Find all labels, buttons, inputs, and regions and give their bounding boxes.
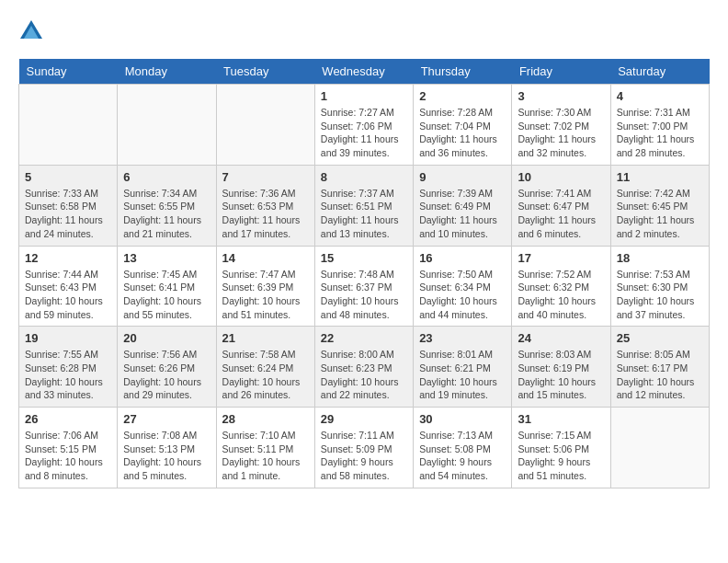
day-number: 14 <box>222 251 309 265</box>
day-cell: 8Sunrise: 7:37 AM Sunset: 6:51 PM Daylig… <box>314 165 413 246</box>
day-info: Sunrise: 7:55 AM Sunset: 6:28 PM Dayligh… <box>25 348 111 402</box>
day-number: 1 <box>321 89 407 103</box>
day-number: 10 <box>518 170 604 184</box>
day-info: Sunrise: 7:15 AM Sunset: 5:06 PM Dayligh… <box>518 429 604 483</box>
day-cell: 5Sunrise: 7:33 AM Sunset: 6:58 PM Daylig… <box>19 165 118 246</box>
day-info: Sunrise: 7:52 AM Sunset: 6:32 PM Dayligh… <box>518 268 604 322</box>
day-cell: 6Sunrise: 7:34 AM Sunset: 6:55 PM Daylig… <box>118 165 216 246</box>
weekday-header-thursday: Thursday <box>414 59 512 85</box>
weekday-header-tuesday: Tuesday <box>216 59 314 85</box>
day-info: Sunrise: 7:41 AM Sunset: 6:47 PM Dayligh… <box>518 187 604 241</box>
day-number: 31 <box>518 412 604 426</box>
day-cell: 18Sunrise: 7:53 AM Sunset: 6:30 PM Dayli… <box>610 246 709 327</box>
day-info: Sunrise: 7:44 AM Sunset: 6:43 PM Dayligh… <box>25 268 111 322</box>
day-cell: 2Sunrise: 7:28 AM Sunset: 7:04 PM Daylig… <box>414 85 512 166</box>
week-row-1: 1Sunrise: 7:27 AM Sunset: 7:06 PM Daylig… <box>19 85 710 166</box>
day-info: Sunrise: 7:48 AM Sunset: 6:37 PM Dayligh… <box>321 268 407 322</box>
day-cell: 23Sunrise: 8:01 AM Sunset: 6:21 PM Dayli… <box>414 327 512 408</box>
day-info: Sunrise: 7:28 AM Sunset: 7:04 PM Dayligh… <box>419 106 506 160</box>
day-number: 20 <box>123 331 210 345</box>
day-info: Sunrise: 7:10 AM Sunset: 5:11 PM Dayligh… <box>222 429 309 483</box>
day-cell: 7Sunrise: 7:36 AM Sunset: 6:53 PM Daylig… <box>216 165 314 246</box>
weekday-header-wednesday: Wednesday <box>314 59 413 85</box>
day-cell: 4Sunrise: 7:31 AM Sunset: 7:00 PM Daylig… <box>610 85 709 166</box>
day-number: 17 <box>518 251 604 265</box>
calendar-table: SundayMondayTuesdayWednesdayThursdayFrid… <box>18 59 710 488</box>
day-info: Sunrise: 8:05 AM Sunset: 6:17 PM Dayligh… <box>617 348 703 402</box>
calendar-header-row: SundayMondayTuesdayWednesdayThursdayFrid… <box>19 59 710 85</box>
day-info: Sunrise: 8:01 AM Sunset: 6:21 PM Dayligh… <box>419 348 506 402</box>
day-number: 13 <box>123 251 210 265</box>
day-number: 30 <box>419 412 506 426</box>
week-row-5: 26Sunrise: 7:06 AM Sunset: 5:15 PM Dayli… <box>19 408 710 488</box>
day-number: 2 <box>419 89 506 103</box>
day-number: 21 <box>222 331 309 345</box>
day-number: 28 <box>222 412 309 426</box>
day-cell: 24Sunrise: 8:03 AM Sunset: 6:19 PM Dayli… <box>512 327 610 408</box>
day-number: 8 <box>321 170 407 184</box>
day-cell: 16Sunrise: 7:50 AM Sunset: 6:34 PM Dayli… <box>414 246 512 327</box>
day-info: Sunrise: 7:53 AM Sunset: 6:30 PM Dayligh… <box>617 268 703 322</box>
day-cell: 21Sunrise: 7:58 AM Sunset: 6:24 PM Dayli… <box>216 327 314 408</box>
day-number: 29 <box>321 412 407 426</box>
day-cell: 25Sunrise: 8:05 AM Sunset: 6:17 PM Dayli… <box>610 327 709 408</box>
week-row-3: 12Sunrise: 7:44 AM Sunset: 6:43 PM Dayli… <box>19 246 710 327</box>
day-info: Sunrise: 7:37 AM Sunset: 6:51 PM Dayligh… <box>321 187 407 241</box>
day-info: Sunrise: 7:50 AM Sunset: 6:34 PM Dayligh… <box>419 268 506 322</box>
day-info: Sunrise: 7:27 AM Sunset: 7:06 PM Dayligh… <box>321 106 407 160</box>
day-cell <box>19 85 118 166</box>
day-number: 5 <box>25 170 111 184</box>
day-cell <box>118 85 216 166</box>
day-number: 6 <box>123 170 210 184</box>
day-cell: 27Sunrise: 7:08 AM Sunset: 5:13 PM Dayli… <box>118 408 216 488</box>
day-info: Sunrise: 7:36 AM Sunset: 6:53 PM Dayligh… <box>222 187 309 241</box>
day-info: Sunrise: 7:13 AM Sunset: 5:08 PM Dayligh… <box>419 429 506 483</box>
logo <box>18 18 48 44</box>
day-number: 15 <box>321 251 407 265</box>
weekday-header-sunday: Sunday <box>19 59 118 85</box>
day-number: 23 <box>419 331 506 345</box>
page-header <box>18 18 710 44</box>
logo-icon <box>18 18 44 44</box>
day-cell: 9Sunrise: 7:39 AM Sunset: 6:49 PM Daylig… <box>414 165 512 246</box>
day-info: Sunrise: 7:08 AM Sunset: 5:13 PM Dayligh… <box>123 429 210 483</box>
day-number: 18 <box>617 251 703 265</box>
day-cell: 19Sunrise: 7:55 AM Sunset: 6:28 PM Dayli… <box>19 327 118 408</box>
day-cell: 14Sunrise: 7:47 AM Sunset: 6:39 PM Dayli… <box>216 246 314 327</box>
day-cell: 11Sunrise: 7:42 AM Sunset: 6:45 PM Dayli… <box>610 165 709 246</box>
day-cell: 1Sunrise: 7:27 AM Sunset: 7:06 PM Daylig… <box>314 85 413 166</box>
day-number: 9 <box>419 170 506 184</box>
day-info: Sunrise: 7:11 AM Sunset: 5:09 PM Dayligh… <box>321 429 407 483</box>
weekday-header-friday: Friday <box>512 59 610 85</box>
day-number: 16 <box>419 251 506 265</box>
day-number: 27 <box>123 412 210 426</box>
day-cell <box>610 408 709 488</box>
day-info: Sunrise: 7:47 AM Sunset: 6:39 PM Dayligh… <box>222 268 309 322</box>
day-info: Sunrise: 7:33 AM Sunset: 6:58 PM Dayligh… <box>25 187 111 241</box>
day-cell: 13Sunrise: 7:45 AM Sunset: 6:41 PM Dayli… <box>118 246 216 327</box>
day-info: Sunrise: 7:56 AM Sunset: 6:26 PM Dayligh… <box>123 348 210 402</box>
day-info: Sunrise: 7:39 AM Sunset: 6:49 PM Dayligh… <box>419 187 506 241</box>
day-number: 22 <box>321 331 407 345</box>
day-number: 12 <box>25 251 111 265</box>
day-info: Sunrise: 7:45 AM Sunset: 6:41 PM Dayligh… <box>123 268 210 322</box>
day-cell: 31Sunrise: 7:15 AM Sunset: 5:06 PM Dayli… <box>512 408 610 488</box>
day-info: Sunrise: 7:30 AM Sunset: 7:02 PM Dayligh… <box>518 106 604 160</box>
day-cell: 10Sunrise: 7:41 AM Sunset: 6:47 PM Dayli… <box>512 165 610 246</box>
day-number: 7 <box>222 170 309 184</box>
day-number: 3 <box>518 89 604 103</box>
week-row-4: 19Sunrise: 7:55 AM Sunset: 6:28 PM Dayli… <box>19 327 710 408</box>
day-number: 19 <box>25 331 111 345</box>
weekday-header-monday: Monday <box>118 59 216 85</box>
day-cell: 12Sunrise: 7:44 AM Sunset: 6:43 PM Dayli… <box>19 246 118 327</box>
day-cell: 29Sunrise: 7:11 AM Sunset: 5:09 PM Dayli… <box>314 408 413 488</box>
day-cell: 30Sunrise: 7:13 AM Sunset: 5:08 PM Dayli… <box>414 408 512 488</box>
day-info: Sunrise: 7:42 AM Sunset: 6:45 PM Dayligh… <box>617 187 703 241</box>
day-cell: 3Sunrise: 7:30 AM Sunset: 7:02 PM Daylig… <box>512 85 610 166</box>
day-info: Sunrise: 7:34 AM Sunset: 6:55 PM Dayligh… <box>123 187 210 241</box>
day-cell: 22Sunrise: 8:00 AM Sunset: 6:23 PM Dayli… <box>314 327 413 408</box>
day-cell <box>216 85 314 166</box>
week-row-2: 5Sunrise: 7:33 AM Sunset: 6:58 PM Daylig… <box>19 165 710 246</box>
day-info: Sunrise: 8:03 AM Sunset: 6:19 PM Dayligh… <box>518 348 604 402</box>
weekday-header-saturday: Saturday <box>610 59 709 85</box>
